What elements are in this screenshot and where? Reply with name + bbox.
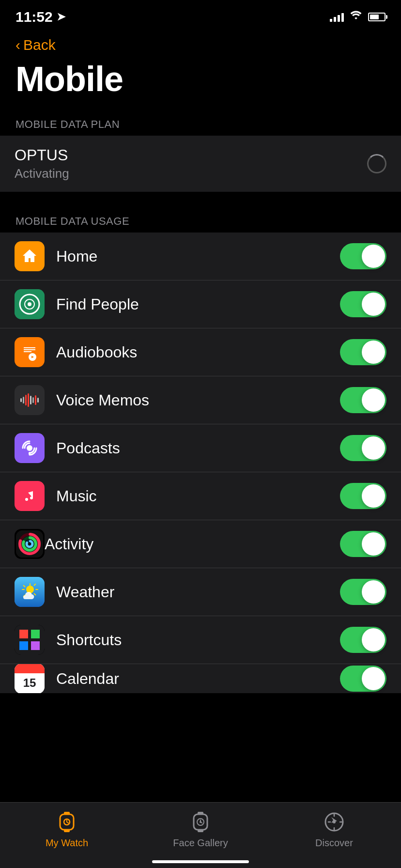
music-app-icon [15, 481, 45, 511]
audiobooks-app-name: Audiobooks [56, 343, 340, 361]
discover-tab-label: Discover [315, 837, 353, 849]
page-title-container: Mobile [0, 53, 401, 114]
plan-item[interactable]: OPTUS Activating [0, 136, 401, 192]
tab-bar: My Watch Face Gallery Discover [0, 802, 401, 868]
signal-icon [330, 12, 344, 22]
podcasts-toggle[interactable] [340, 435, 386, 461]
shortcuts-app-icon [15, 625, 45, 655]
list-item[interactable]: Podcasts [0, 424, 401, 472]
weather-app-name: Weather [56, 583, 340, 601]
activity-app-icon [15, 529, 45, 559]
data-usage-header: MOBILE DATA USAGE [0, 211, 401, 232]
apps-list: Home Find People [0, 232, 401, 693]
svg-rect-16 [15, 625, 45, 655]
home-app-icon [15, 241, 45, 271]
home-app-name: Home [56, 248, 340, 265]
shortcuts-app-name: Shortcuts [56, 631, 340, 649]
status-time: 11:52 ➤ [15, 9, 65, 25]
tab-discover[interactable]: Discover [267, 809, 401, 849]
chevron-left-icon: ‹ [15, 38, 20, 52]
svg-rect-5 [29, 452, 31, 455]
status-icons [330, 11, 386, 23]
status-bar: 11:52 ➤ [0, 0, 401, 29]
home-toggle[interactable] [340, 243, 386, 269]
list-item[interactable]: Audiobooks [0, 328, 401, 376]
activity-app-name: Activity [45, 535, 340, 553]
svg-rect-19 [15, 668, 45, 673]
tab-face-gallery[interactable]: Face Gallery [134, 809, 267, 849]
face-gallery-icon [188, 809, 213, 835]
list-item[interactable]: Activity [0, 520, 401, 568]
podcasts-app-icon [15, 433, 45, 463]
voice-memos-toggle[interactable] [340, 387, 386, 413]
my-watch-icon [54, 809, 79, 835]
svg-rect-22 [64, 812, 70, 815]
face-gallery-tab-label: Face Gallery [173, 837, 228, 849]
shortcuts-toggle[interactable] [340, 627, 386, 653]
plan-info: OPTUS Activating [15, 146, 69, 181]
calendar-toggle[interactable] [340, 666, 386, 692]
plan-section: OPTUS Activating [0, 136, 401, 192]
location-icon: ➤ [57, 11, 65, 23]
svg-rect-26 [198, 812, 203, 815]
voice-memos-app-icon [15, 385, 45, 415]
back-label: Back [23, 37, 56, 53]
data-plan-header: MOBILE DATA PLAN [0, 114, 401, 136]
list-item[interactable]: Weather [0, 568, 401, 616]
weather-app-icon [15, 577, 45, 607]
list-item[interactable]: Voice Memos [0, 376, 401, 424]
audiobooks-toggle[interactable] [340, 339, 386, 365]
weather-toggle[interactable] [340, 579, 386, 605]
calendar-app-name: Calendar [56, 670, 340, 688]
time-display: 11:52 [15, 9, 53, 25]
plan-status: Activating [15, 166, 69, 181]
my-watch-tab-label: My Watch [46, 837, 88, 849]
music-toggle[interactable] [340, 483, 386, 509]
find-people-toggle[interactable] [340, 291, 386, 317]
svg-point-29 [200, 821, 201, 823]
discover-icon [322, 809, 347, 835]
page-title: Mobile [15, 59, 386, 99]
loading-spinner [367, 154, 386, 173]
svg-point-4 [27, 445, 32, 451]
list-item[interactable]: Shortcuts [0, 616, 401, 664]
back-button[interactable]: ‹ Back [15, 37, 386, 53]
list-item[interactable]: Find People [0, 280, 401, 328]
bottom-spacer [0, 693, 401, 780]
calendar-app-icon: 15 [15, 664, 45, 693]
music-app-name: Music [56, 487, 340, 505]
mobile-data-plan-section: MOBILE DATA PLAN OPTUS Activating [0, 114, 401, 192]
navigation: ‹ Back [0, 29, 401, 53]
audiobooks-app-icon [15, 337, 45, 367]
wifi-icon [350, 11, 362, 23]
svg-text:15: 15 [23, 676, 36, 689]
list-item[interactable]: Music [0, 472, 401, 520]
voice-memos-app-name: Voice Memos [56, 391, 340, 409]
list-item[interactable]: 15 Calendar [0, 664, 401, 693]
find-people-app-icon [15, 289, 45, 319]
svg-rect-27 [198, 829, 203, 832]
find-people-app-name: Find People [56, 295, 340, 313]
mobile-data-usage-section: MOBILE DATA USAGE Home [0, 211, 401, 693]
battery-icon [368, 13, 386, 21]
list-item[interactable]: Home [0, 232, 401, 280]
activity-toggle[interactable] [340, 531, 386, 557]
plan-provider: OPTUS [15, 146, 69, 164]
tab-my-watch[interactable]: My Watch [0, 809, 134, 849]
svg-rect-23 [64, 829, 70, 832]
svg-point-6 [22, 488, 37, 504]
podcasts-app-name: Podcasts [56, 439, 340, 457]
home-indicator [152, 860, 249, 863]
spacer [0, 192, 401, 211]
svg-point-2 [28, 302, 31, 306]
